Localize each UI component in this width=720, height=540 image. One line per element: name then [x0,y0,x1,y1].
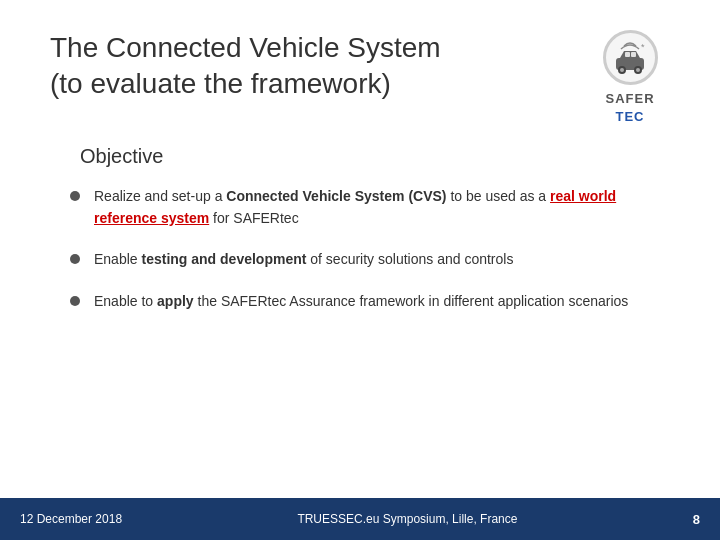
bullet-text-2: Enable testing and development of securi… [94,249,670,271]
slide: The Connected Vehicle System (to evaluat… [0,0,720,540]
title-line1: The Connected Vehicle System [50,32,441,63]
logo-safer: SAFER [605,91,654,106]
bullet-list: Realize and set-up a Connected Vehicle S… [70,186,670,313]
svg-point-6 [636,68,640,72]
logo-area: * SAFER TEC [590,30,670,125]
footer-date: 12 December 2018 [20,512,122,526]
logo-circle: * [603,30,658,85]
svg-rect-1 [625,52,630,57]
content-area: Objective Realize and set-up a Connected… [50,145,670,313]
footer-page: 8 [693,512,700,527]
bullet-item-3: Enable to apply the SAFERtec Assurance f… [70,291,670,313]
header-area: The Connected Vehicle System (to evaluat… [50,30,670,125]
logo-text: SAFER TEC [605,89,654,125]
slide-title: The Connected Vehicle System (to evaluat… [50,30,441,103]
bold-testing: testing and development [141,251,306,267]
bullet-item-2: Enable testing and development of securi… [70,249,670,271]
svg-point-4 [620,68,624,72]
title-line2: (to evaluate the framework) [50,68,391,99]
footer-bar: 12 December 2018 TRUESSEC.eu Symposium, … [0,498,720,540]
objective-heading: Objective [80,145,670,168]
bullet-text-3: Enable to apply the SAFERtec Assurance f… [94,291,670,313]
footer-event: TRUESSEC.eu Symposium, Lille, France [297,512,517,526]
logo-tec: TEC [616,109,645,124]
bullet-text-1: Realize and set-up a Connected Vehicle S… [94,186,670,229]
bullet-dot-1 [70,191,80,201]
svg-rect-2 [631,52,636,57]
bullet-dot-3 [70,296,80,306]
safertec-logo-icon: * [608,36,652,80]
bold-cvs: Connected Vehicle System (CVS) [226,188,446,204]
bullet-item-1: Realize and set-up a Connected Vehicle S… [70,186,670,229]
svg-text:*: * [641,42,645,52]
bold-apply: apply [157,293,194,309]
bullet-dot-2 [70,254,80,264]
